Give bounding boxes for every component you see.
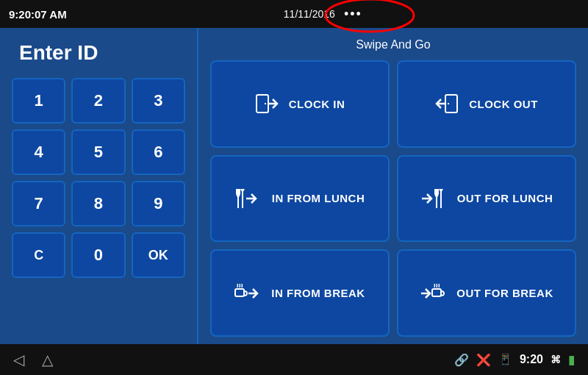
left-panel: Enter ID 1 2 3 4 5 6 7 8 9 C 0 OK: [0, 28, 198, 344]
svg-rect-1: [257, 95, 268, 113]
in-from-lunch-label: IN FROM LUNCH: [272, 192, 365, 204]
out-for-break-icon: [420, 282, 446, 305]
swipe-and-go-label: Swipe And Go: [210, 38, 576, 51]
bottom-bar: ◁ △ 🔗 ❌ 📱 9:20 ⌘ ▮: [0, 344, 588, 375]
svg-point-0: [326, 0, 414, 32]
num-btn-clear[interactable]: C: [12, 232, 65, 278]
clock-out-label: CLOCK OUT: [469, 98, 538, 110]
status-bar: 9:20:07 AM 11/11/2016 •••: [0, 0, 588, 28]
num-btn-ok[interactable]: OK: [132, 232, 185, 278]
enter-id-label: Enter ID: [12, 41, 98, 65]
in-from-break-button[interactable]: IN FROM BREAK: [210, 249, 390, 337]
link-icon: 🔗: [454, 353, 469, 367]
svg-rect-18: [235, 289, 244, 296]
in-from-break-label: IN FROM BREAK: [271, 287, 365, 299]
num-btn-1[interactable]: 1: [12, 78, 65, 124]
home-button[interactable]: △: [42, 351, 53, 368]
in-from-lunch-button[interactable]: IN FROM LUNCH: [210, 155, 390, 243]
x-icon: ❌: [476, 353, 491, 367]
wifi-icon: ⌘: [551, 354, 561, 365]
out-for-lunch-button[interactable]: OUT FOR LUNCH: [397, 155, 576, 243]
in-from-lunch-icon: [235, 187, 262, 210]
status-date: 11/11/2016: [284, 8, 335, 20]
in-from-break-icon: [234, 282, 261, 305]
num-btn-8[interactable]: 8: [71, 181, 125, 226]
svg-rect-22: [432, 289, 441, 296]
status-center: 11/11/2016 •••: [284, 7, 362, 22]
main-area: Enter ID 1 2 3 4 5 6 7 8 9 C 0 OK Swipe …: [0, 28, 588, 344]
menu-dots-button[interactable]: •••: [344, 7, 362, 22]
right-panel: Swipe And Go CLOCK IN: [198, 28, 588, 344]
num-btn-2[interactable]: 2: [71, 78, 125, 124]
out-for-break-button[interactable]: OUT FOR BREAK: [397, 249, 576, 337]
svg-rect-4: [445, 95, 457, 113]
clock-out-button[interactable]: CLOCK OUT: [397, 60, 576, 148]
num-btn-3[interactable]: 3: [132, 78, 185, 124]
num-btn-6[interactable]: 6: [132, 129, 185, 175]
numpad: 1 2 3 4 5 6 7 8 9 C 0 OK: [12, 78, 185, 278]
action-grid: CLOCK IN CLOCK OUT: [210, 60, 576, 337]
bottom-nav-left: ◁ △: [13, 351, 53, 368]
out-for-break-label: OUT FOR BREAK: [456, 287, 553, 299]
num-btn-0[interactable]: 0: [71, 232, 125, 278]
android-icon: 📱: [498, 353, 512, 366]
back-button[interactable]: ◁: [13, 351, 24, 368]
status-time: 9:20:07 AM: [9, 8, 67, 21]
num-btn-9[interactable]: 9: [132, 181, 185, 226]
clock-in-button[interactable]: CLOCK IN: [210, 60, 390, 148]
bottom-time: 9:20: [520, 353, 543, 366]
clock-in-icon: [255, 92, 279, 115]
out-for-lunch-label: OUT FOR LUNCH: [457, 192, 553, 204]
clock-in-label: CLOCK IN: [289, 98, 345, 110]
num-btn-7[interactable]: 7: [12, 181, 65, 226]
out-for-lunch-icon: [420, 187, 447, 210]
bottom-nav-right: 🔗 ❌ 📱 9:20 ⌘ ▮: [454, 353, 575, 367]
clock-out-icon: [435, 92, 459, 115]
battery-icon: ▮: [568, 353, 575, 367]
num-btn-5[interactable]: 5: [71, 129, 125, 175]
num-btn-4[interactable]: 4: [12, 129, 65, 175]
